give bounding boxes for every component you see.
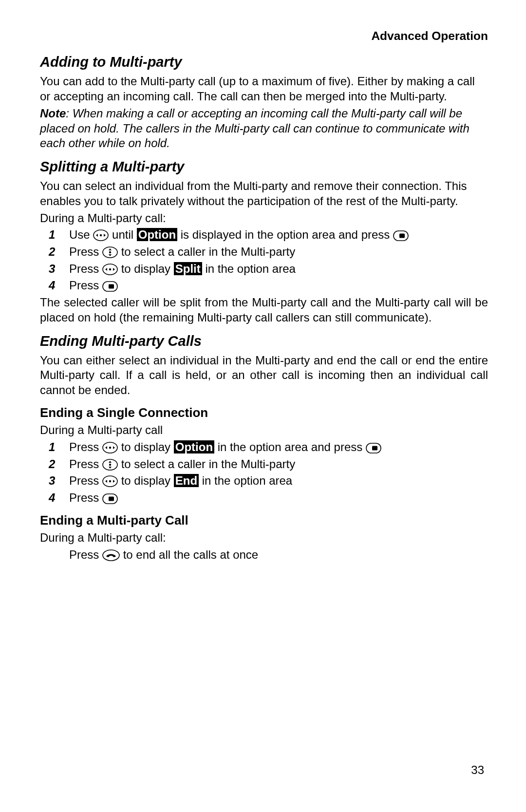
ok-key-icon: [393, 230, 409, 241]
step-number: 4: [49, 278, 55, 293]
page-header-section: Advanced Operation: [40, 28, 488, 43]
split-label: Split: [174, 262, 202, 275]
step-item: 2 Press to select a caller in the Multi-…: [40, 457, 488, 472]
heading-adding: Adding to Multi-party: [40, 53, 488, 71]
option-label: Option: [137, 228, 177, 241]
step-text: to display: [118, 440, 174, 453]
step-number: 1: [49, 227, 55, 243]
body-text: During a Multi-party call:: [40, 211, 488, 226]
step-text: Press: [69, 262, 102, 275]
step-number: 2: [49, 457, 55, 472]
subheading-ending-single: Ending a Single Connection: [40, 405, 488, 421]
step-text: Press: [69, 245, 102, 258]
navigate-horizontal-icon: [102, 442, 118, 453]
navigate-horizontal-icon: [102, 264, 118, 275]
ok-key-icon: [102, 493, 118, 504]
subheading-ending-multiparty: Ending a Multi-party Call: [40, 512, 488, 529]
body-text: You can add to the Multi-party call (up …: [40, 74, 488, 104]
step-number: 4: [49, 491, 55, 506]
step-text: Press: [69, 440, 102, 453]
body-text: During a Multi-party call: [40, 423, 488, 438]
step-text: Press: [69, 491, 102, 504]
heading-splitting: Splitting a Multi-party: [40, 158, 488, 176]
heading-ending: Ending Multi-party Calls: [40, 332, 488, 350]
note-label: Note: [40, 107, 66, 120]
navigate-horizontal-icon: [93, 229, 109, 241]
navigate-vertical-icon: [102, 246, 118, 258]
step-item: 3 Press to display Split in the option a…: [40, 262, 488, 277]
ok-key-icon: [102, 281, 118, 292]
step-number: 2: [49, 245, 55, 260]
step-item: Press to end all the calls at once: [40, 548, 488, 563]
step-text: Press: [69, 457, 102, 471]
body-text: During a Multi-party call:: [40, 530, 488, 546]
step-text: to end all the calls at once: [120, 548, 258, 561]
step-text: to display: [118, 262, 174, 275]
step-text: Press: [69, 279, 102, 292]
end-call-key-icon: [102, 549, 120, 561]
page-number: 33: [471, 763, 484, 778]
step-item: 3 Press to display End in the option are…: [40, 473, 488, 489]
step-text: Press: [69, 474, 102, 487]
step-text: Use: [69, 228, 93, 241]
step-text: is displayed in the option area and pres…: [177, 228, 393, 241]
body-text: You can select an individual from the Mu…: [40, 179, 488, 208]
step-text: to select a caller in the Multi-party: [118, 457, 295, 471]
step-item: 1 Use until Option is displayed in the o…: [40, 227, 488, 243]
step-text: Press: [69, 548, 102, 561]
step-text: to display: [118, 474, 174, 487]
step-text: until: [109, 228, 136, 241]
end-label: End: [174, 474, 199, 487]
step-text: to select a caller in the Multi-party: [118, 245, 295, 258]
step-number: 1: [49, 440, 55, 455]
steps-list: 1 Press to display Option in the option …: [40, 440, 488, 506]
steps-list: 1 Use until Option is displayed in the o…: [40, 227, 488, 293]
navigate-horizontal-icon: [102, 475, 118, 487]
step-item: 1 Press to display Option in the option …: [40, 440, 488, 455]
option-label: Option: [174, 440, 214, 453]
step-number: 3: [49, 262, 55, 277]
step-item: 4 Press: [40, 278, 488, 293]
step-item: 2 Press to select a caller in the Multi-…: [40, 245, 488, 260]
ok-key-icon: [366, 443, 381, 453]
body-text: You can either select an individual in t…: [40, 353, 488, 398]
note-text: Note: When making a call or accepting an…: [40, 106, 488, 151]
step-text: in the option area and press: [214, 440, 366, 453]
note-body: : When making a call or accepting an inc…: [40, 107, 470, 150]
step-text: in the option area: [199, 474, 292, 487]
step-item: 4 Press: [40, 491, 488, 506]
navigate-vertical-icon: [102, 459, 118, 471]
body-text: The selected caller will be split from t…: [40, 295, 488, 325]
step-number: 3: [49, 473, 55, 489]
step-text: in the option area: [202, 262, 296, 275]
